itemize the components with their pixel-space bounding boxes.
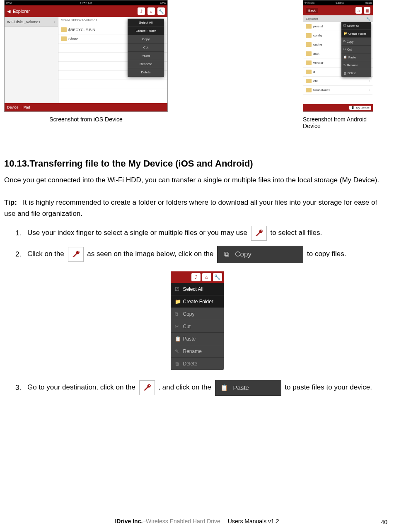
android-folder-row[interactable]: etc› [303, 77, 373, 86]
wrench-icon [251, 226, 267, 241]
footer-company: IDrive Inc. [115, 518, 143, 525]
folder-icon [61, 27, 67, 32]
my-device-button[interactable]: 📱 My Device [349, 106, 371, 110]
check-icon: ☑ [343, 24, 346, 27]
home-icon: ⌂ [202, 273, 211, 281]
ios-back-icon[interactable]: ◀ [7, 9, 10, 14]
ios-bottom-bar: Device iPad [5, 103, 167, 111]
step-3-text-a: Go to your destination, click on the [27, 384, 138, 392]
home-icon[interactable]: ⌂ [355, 7, 362, 14]
cut-icon: ✂ [343, 48, 346, 51]
rename-icon: ✎ [343, 63, 346, 67]
menu-item-copy[interactable]: ⧉Copy [341, 38, 371, 46]
share-icon[interactable]: ⤴ [138, 7, 145, 15]
back-button[interactable]: Back [306, 8, 318, 13]
menu-item-rename: ✎Rename [171, 345, 224, 358]
step-2-text-b: as seen on the image below, click on the [87, 250, 215, 258]
menu-item-cut[interactable]: ✂Cut [341, 46, 371, 53]
step-1-text-a: Use your index finger to select a single… [27, 229, 249, 237]
menu-item-delete[interactable]: 🗑Delete [341, 69, 371, 77]
footer-manual: Users Manuals v1.2 [228, 518, 279, 525]
ios-empty-row [58, 80, 167, 89]
ios-screenshot-column: iPad 11:52 AM 40% ◀ Explorer ⤴ ⌂ 🔧 [4, 0, 168, 123]
folder-plus-icon: 📁 [175, 299, 180, 305]
ios-bottom-device[interactable]: Device [7, 105, 19, 109]
folder-icon [61, 36, 67, 41]
menu-item-create-folder[interactable]: Create Folder [128, 27, 164, 35]
folder-icon [306, 24, 312, 29]
ios-status-right: 40% [160, 2, 166, 5]
android-folder-label: cache [313, 43, 322, 46]
folder-icon [306, 79, 312, 83]
check-icon: ☑ [175, 286, 180, 292]
android-carrier: 中国移动 [305, 1, 314, 5]
android-folder-row[interactable]: tombstones› [303, 86, 373, 95]
android-time: 09:08 [365, 2, 372, 4]
folder-icon [306, 70, 312, 74]
steps-list-continued: Go to your destination, click on the , a… [4, 380, 390, 396]
android-screenshot-column: 中国移动 0.53K/s 09:08 Back ⌂ ▦ Explorer 🔧 [303, 0, 373, 129]
home-icon[interactable]: ⌂ [147, 7, 155, 15]
ios-context-menu: Select All Create Folder Copy Cut Paste … [128, 19, 164, 77]
menu-item-select-all: ☑Select All [171, 283, 224, 295]
menu-item-delete[interactable]: Delete [128, 68, 164, 77]
android-folder-label: etc [313, 79, 318, 83]
android-screenshot: 中国移动 0.53K/s 09:08 Back ⌂ ▦ Explorer 🔧 [303, 0, 373, 112]
screenshots-row: iPad 11:52 AM 40% ◀ Explorer ⤴ ⌂ 🔧 [4, 0, 390, 133]
ios-file-label: $RECYCLE.BIN [68, 28, 95, 32]
menu-item-create-folder[interactable]: 📁Create Folder [341, 30, 371, 38]
intro-paragraph: Once you get connected into the Wi-Fi HD… [4, 175, 390, 186]
device-icon: 📱 [351, 106, 355, 109]
ios-status-time: 11:52 AM [80, 2, 92, 5]
footer: IDrive Inc. –Wireless Enabled Hard Drive… [4, 516, 390, 525]
ios-sidebar-label: WiFiDisk1_Volume1 [7, 20, 41, 24]
android-folder-label: vendor [313, 61, 323, 65]
android-folder-label: tombstones [313, 88, 330, 92]
ios-caption: Screenshot from iOS Device [49, 116, 123, 123]
folder-icon [306, 51, 312, 56]
menu-item-copy[interactable]: Copy [128, 35, 164, 44]
menu-item-select-all[interactable]: Select All [128, 19, 164, 27]
delete-icon: 🗑 [175, 361, 180, 367]
chevron-right-icon: › [369, 88, 370, 92]
step-1: Use your index finger to select a single… [23, 226, 390, 241]
menu-item-rename[interactable]: Rename [128, 60, 164, 68]
android-toolbar-icons: ⌂ ▦ [355, 7, 370, 14]
menu-list: ☑Select All 📁Create Folder ⧉Copy ✂Cut 📋P… [171, 283, 224, 370]
menu-item-create-folder: 📁Create Folder [171, 295, 224, 308]
share-icon: ⤴ [191, 273, 201, 281]
ios-screenshot: iPad 11:52 AM 40% ◀ Explorer ⤴ ⌂ 🔧 [4, 0, 168, 112]
step-3-text-c: to paste files to your device. [285, 384, 372, 392]
ios-title-bar: ◀ Explorer ⤴ ⌂ 🔧 [5, 5, 167, 17]
menu-item-paste[interactable]: 📋Paste [341, 53, 371, 61]
menu-item-paste[interactable]: Paste [128, 52, 164, 60]
menu-item-rename[interactable]: ✎Rename [341, 61, 371, 69]
step-2: Click on the as seen on the image below,… [23, 246, 390, 263]
grid-icon[interactable]: ▦ [364, 7, 370, 14]
android-caption: Screenshot from Android Device [303, 116, 373, 129]
step-3-text-b: , and click on the [158, 384, 213, 392]
android-status-bar: 中国移动 0.53K/s 09:08 [303, 0, 373, 5]
document-page: iPad 11:52 AM 40% ◀ Explorer ⤴ ⌂ 🔧 [4, 0, 390, 532]
folder-icon [306, 88, 312, 92]
ios-file-label: Share [68, 37, 78, 41]
copy-button: ⧉ Copy [217, 246, 303, 263]
menu-item-cut[interactable]: Cut [128, 44, 164, 52]
android-folder-label: config [313, 34, 322, 37]
my-device-label: My Device [356, 106, 370, 109]
chevron-right-icon: › [54, 20, 56, 24]
copy-icon: ⧉ [343, 40, 346, 43]
tip-paragraph: Tip: It is highly recommended to create … [4, 197, 390, 219]
menu-item-paste: 📋Paste [171, 333, 224, 345]
chevron-right-icon: › [369, 79, 370, 83]
android-bottom-bar: 📱 My Device [303, 104, 373, 111]
steps-list: Use your index finger to select a single… [4, 226, 390, 263]
wrench-icon[interactable]: 🔧 [366, 17, 370, 21]
ios-empty-row [58, 89, 167, 98]
menu-item-cut: ✂Cut [171, 320, 224, 333]
menu-top-bar: ⤴ ⌂ 🔧 [171, 271, 224, 283]
ios-bottom-ipad[interactable]: iPad [23, 105, 30, 109]
menu-item-select-all[interactable]: ☑Select All [341, 22, 371, 30]
wrench-icon[interactable]: 🔧 [157, 7, 165, 15]
ios-sidebar-item[interactable]: WiFiDisk1_Volume1 › [5, 17, 58, 27]
